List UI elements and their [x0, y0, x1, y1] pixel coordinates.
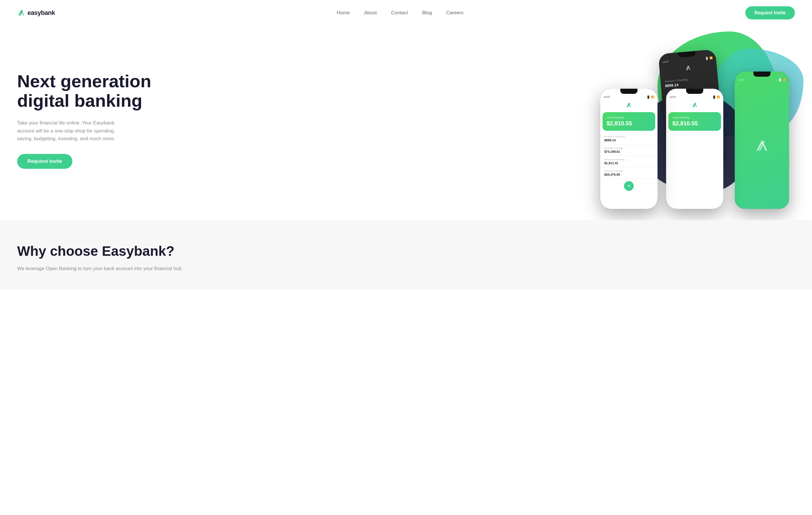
why-subtitle: We leverage Open Banking to turn your ba… — [17, 265, 189, 273]
nav-contact[interactable]: Contact — [391, 10, 408, 16]
total-checking-card: Total Checking $2,810.55 — [603, 112, 655, 131]
nav-home[interactable]: Home — [337, 10, 350, 16]
plus-button[interactable]: + — [624, 181, 634, 191]
list-item: Account 1 Savings $74,199.61 — [600, 144, 658, 156]
phone-gradient-right: 14:07 ▐▌ 📶 — [735, 71, 789, 209]
phones-wrapper: 14:07 ▐▌ 📶 Account 1 Checking $899.14 — [583, 43, 795, 220]
request-invite-button-nav[interactable]: Request Invite — [745, 6, 795, 20]
phone-green-center: 14:07 ▐▌ 📶 Total Checking $2,810.55 — [666, 89, 723, 209]
request-invite-button-hero[interactable]: Requiest Invite — [17, 154, 72, 169]
phone-light: 14:07 ▐▌ 📶 Total Checking $2,810.55 Acco… — [600, 89, 658, 209]
nav-blog[interactable]: Blog — [422, 10, 432, 16]
phone-status-bar-green: 14:07 ▐▌ 📶 — [666, 94, 723, 100]
phone-status-bar-light: 14:07 ▐▌ 📶 — [600, 94, 658, 100]
hero-title: Next generation digital banking — [17, 71, 160, 110]
list-item: Account 2 Savings $20,475.00 — [600, 167, 658, 179]
brand-name: easybank — [27, 9, 55, 17]
phone-logo-light — [600, 100, 658, 110]
total-checking-card-2: Total Checking $2,810.55 — [668, 112, 721, 131]
phone-logo-green — [666, 100, 723, 110]
logo[interactable]: easybank — [17, 9, 55, 17]
why-section: Why choose Easybank? We leverage Open Ba… — [0, 220, 812, 290]
list-item: Account 1 Checking $899.14 — [600, 133, 658, 144]
hero-subtitle: Take your financial life online. Your Ea… — [17, 119, 132, 142]
nav-about[interactable]: About — [364, 10, 377, 16]
phone-status-bar-right: 14:07 ▐▌ 📶 — [735, 77, 789, 83]
hero-section: Next generation digital banking Take you… — [0, 26, 812, 220]
nav-links: Home About Contact Blog Careers — [337, 10, 464, 16]
phone-gradient-logo — [735, 83, 789, 209]
list-item: Account 2 Checking $1,911.41 — [600, 156, 658, 167]
hero-content: Next generation digital banking Take you… — [17, 71, 160, 169]
why-title: Why choose Easybank? — [17, 243, 795, 259]
nav-careers[interactable]: Careers — [446, 10, 463, 16]
logo-icon — [17, 9, 25, 17]
navbar: easybank Home About Contact Blog Careers… — [0, 0, 812, 26]
